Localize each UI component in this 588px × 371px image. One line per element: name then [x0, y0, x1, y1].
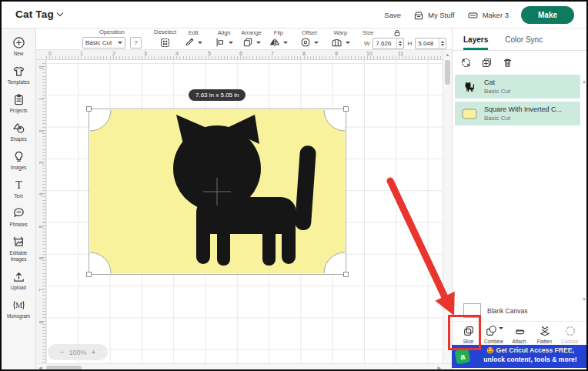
svg-text:M: M [15, 301, 22, 309]
flip-icon [269, 37, 280, 48]
size-group: Size W 7.626 H 5.048 [362, 29, 446, 49]
artboard-shape[interactable] [90, 110, 345, 273]
deselect-button[interactable]: Deselect [154, 29, 176, 48]
scrollbar-thumb[interactable] [46, 366, 82, 370]
edit-menu[interactable]: Edit [184, 30, 202, 48]
box-icon [413, 10, 424, 21]
combine-button[interactable]: Combine [481, 325, 506, 344]
chevron-down-icon [229, 42, 233, 44]
layer-list: Cat Basic Cut Square With Inverted C... … [453, 73, 588, 125]
design-sidebar: New Templates Projects Shapes Images T T… [2, 28, 36, 371]
resize-handle-top-left[interactable] [86, 106, 92, 112]
sidebar-item-editable-images[interactable]: Editable Images [2, 236, 36, 262]
cat-layer-thumbnail [461, 82, 478, 92]
layer-tools [453, 51, 588, 73]
height-input[interactable]: 5.048 [415, 38, 446, 49]
make-button[interactable]: Make [521, 6, 574, 24]
sidebar-item-new[interactable]: New [2, 36, 36, 57]
speech-bubble-icon [12, 207, 25, 220]
blank-canvas-row[interactable]: Blank Canvas [453, 302, 588, 321]
chevron-down-icon [283, 42, 288, 44]
flatten-button[interactable]: Flatten [532, 325, 557, 344]
sidebar-item-monogram[interactable]: M Monogram [2, 299, 36, 319]
resize-handle-top-right[interactable] [343, 106, 349, 112]
shapes-icon [12, 122, 25, 135]
sidebar-item-text[interactable]: T Text [2, 179, 36, 199]
scroll-left-icon[interactable]: ◀ [38, 365, 42, 370]
slice-button[interactable]: Slice [456, 325, 481, 344]
canvas-horizontal-scrollbar[interactable]: ◀ ▶ [36, 363, 452, 371]
resize-handle-bottom-right[interactable] [343, 272, 349, 277]
operation-group: Operation Basic Cut ? [82, 29, 142, 48]
warp-icon [331, 37, 342, 48]
resize-handle-bottom-left[interactable] [86, 272, 92, 277]
flip-menu[interactable]: Flip [269, 30, 288, 48]
scroll-up-icon[interactable]: ▲ [443, 52, 452, 57]
edit-toolbar: Operation Basic Cut ? Deselect Edit [36, 28, 452, 50]
new-icon [12, 36, 25, 49]
layer-action-buttons: Slice Combine Attach Flatten [453, 321, 588, 348]
canvas-vertical-scrollbar[interactable]: ▲ [443, 50, 452, 363]
flatten-icon [539, 325, 551, 337]
text-icon: T [12, 179, 25, 192]
cricut-access-banner[interactable]: a 🤩 Get Cricut Access FREE, unlock conte… [452, 345, 588, 368]
panel-scrollbar[interactable]: ▲ ▼ [581, 79, 587, 302]
width-stepper[interactable] [396, 38, 403, 48]
banner-line2: unlock content, tools & more! [473, 356, 587, 365]
align-menu[interactable]: Align [215, 30, 233, 48]
chevron-down-icon [256, 42, 261, 44]
monogram-icon: M [12, 299, 25, 312]
svg-text:T: T [15, 179, 22, 191]
height-stepper[interactable] [439, 38, 446, 48]
arrange-menu[interactable]: Arrange [241, 30, 262, 48]
select-all-icon[interactable] [460, 57, 472, 69]
duplicate-icon[interactable] [481, 57, 493, 69]
machine-select[interactable]: Maker 3 [467, 10, 509, 21]
contour-button[interactable]: Contour [557, 325, 583, 344]
deselect-icon [159, 37, 171, 48]
scrollbar-thumb[interactable] [445, 60, 450, 85]
layer-row-square[interactable]: Square With Inverted C... Basic Cut [455, 102, 580, 125]
lightbulb-icon [12, 150, 25, 163]
pencil-icon [184, 37, 195, 48]
sidebar-item-templates[interactable]: Templates [2, 65, 36, 85]
project-title-menu[interactable]: Cat Tag [15, 8, 62, 20]
sidebar-item-shapes[interactable]: Shapes [2, 122, 36, 142]
my-stuff-button[interactable]: My Stuff [413, 10, 455, 21]
zoom-level: 100% [68, 349, 86, 356]
blank-canvas-swatch[interactable] [463, 303, 481, 318]
panel-tabs: Layers Color Sync [453, 28, 588, 51]
sidebar-item-upload[interactable]: Upload [2, 270, 36, 291]
tshirt-icon [12, 65, 25, 78]
lock-icon[interactable] [393, 29, 401, 37]
zoom-in-button[interactable]: + [92, 348, 96, 356]
chevron-down-icon [57, 10, 63, 16]
layer-row-cat[interactable]: Cat Basic Cut [455, 75, 580, 99]
editable-image-icon [12, 236, 25, 249]
offset-menu[interactable]: Offset [300, 30, 319, 48]
operation-select[interactable]: Basic Cut [82, 37, 125, 48]
machine-icon [467, 10, 479, 21]
design-canvas[interactable]: 0 1 2 3 4 5 6 7 8 9 10 11 0 1 2 3 4 5 6 … [36, 50, 452, 363]
sidebar-item-images[interactable]: Images [2, 150, 36, 171]
sidebar-item-phrases[interactable]: Phrases [2, 207, 36, 228]
upload-icon [12, 270, 25, 283]
warp-menu[interactable]: Warp [331, 30, 350, 48]
tab-layers[interactable]: Layers [463, 28, 488, 50]
operation-help-button[interactable]: ? [130, 37, 142, 48]
zoom-control: − 100% + [48, 344, 108, 360]
scroll-up-icon[interactable]: ▲ [581, 79, 587, 84]
star-struck-emoji: 🤩 [486, 347, 494, 354]
attach-button[interactable]: Attach [506, 325, 532, 344]
header: Cat Tag Save My Stuff Maker 3 Make [2, 2, 586, 28]
width-input[interactable]: 7.626 [373, 38, 404, 49]
zoom-out-button[interactable]: − [60, 348, 65, 356]
scroll-right-icon[interactable]: ▶ [437, 365, 441, 370]
save-button[interactable]: Save [384, 11, 401, 19]
selection-bounding-box[interactable] [89, 109, 346, 275]
trash-icon[interactable] [502, 57, 513, 69]
sidebar-item-projects[interactable]: Projects [2, 93, 36, 114]
project-title: Cat Tag [15, 8, 54, 20]
clipboard-icon [12, 93, 25, 106]
tab-color-sync[interactable]: Color Sync [505, 28, 543, 50]
